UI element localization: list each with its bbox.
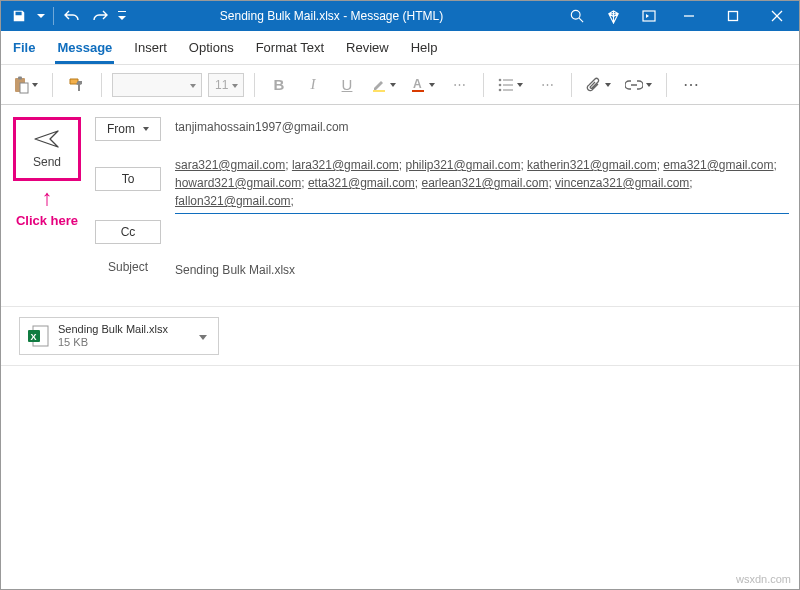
cc-row: Cc: [95, 220, 789, 250]
save-icon[interactable]: [7, 4, 31, 28]
recipient[interactable]: sara321@gmail.com: [175, 158, 285, 172]
send-button[interactable]: Send: [13, 117, 81, 181]
more-font-icon[interactable]: ⋯: [445, 71, 473, 99]
recipient[interactable]: lara321@gmail.com: [292, 158, 399, 172]
attachment-area: X Sending Bulk Mail.xlsx 15 KB: [1, 306, 799, 366]
svg-point-13: [499, 78, 502, 81]
title-bar: Sending Bulk Mail.xlsx - Message (HTML): [1, 1, 799, 31]
font-name-combo[interactable]: [112, 73, 202, 97]
undo-icon[interactable]: [60, 4, 84, 28]
svg-rect-12: [412, 90, 424, 92]
cc-button[interactable]: Cc: [95, 220, 161, 244]
close-button[interactable]: [755, 1, 799, 31]
subject-row: Subject Sending Bulk Mail.xlsx: [95, 260, 789, 290]
svg-rect-10: [373, 90, 385, 92]
more-para-icon[interactable]: ⋯: [533, 71, 561, 99]
recipient[interactable]: howard321@gmail.com: [175, 176, 301, 190]
message-body[interactable]: [1, 366, 799, 589]
outlook-message-window: Sending Bulk Mail.xlsx - Message (HTML): [0, 0, 800, 590]
link-button[interactable]: [621, 71, 656, 99]
bold-button[interactable]: B: [265, 71, 293, 99]
to-button[interactable]: To: [95, 167, 161, 191]
recipient[interactable]: earlean321@gmail.com: [422, 176, 549, 190]
send-label: Send: [33, 155, 61, 169]
recipient[interactable]: etta321@gmail.com: [308, 176, 415, 190]
attachment-meta: Sending Bulk Mail.xlsx 15 KB: [58, 323, 168, 349]
separator: [483, 73, 484, 97]
redo-icon[interactable]: [88, 4, 112, 28]
svg-rect-4: [729, 12, 738, 21]
attach-file-button[interactable]: [582, 71, 615, 99]
from-value[interactable]: tanjimahossain1997@gmail.com: [175, 117, 789, 135]
from-button[interactable]: From: [95, 117, 161, 141]
font-color-button[interactable]: A: [406, 71, 439, 99]
maximize-button[interactable]: [711, 1, 755, 31]
recipient[interactable]: ema321@gmail.com: [663, 158, 773, 172]
attachment-filename: Sending Bulk Mail.xlsx: [58, 323, 168, 336]
tab-file[interactable]: File: [11, 32, 37, 64]
more-commands-icon[interactable]: ⋯: [677, 71, 705, 99]
tab-help[interactable]: Help: [409, 32, 440, 64]
subject-field[interactable]: Sending Bulk Mail.xlsx: [175, 260, 789, 278]
send-arrow-icon: [34, 129, 60, 149]
qat-more-icon[interactable]: [116, 4, 128, 28]
tab-review[interactable]: Review: [344, 32, 391, 64]
separator: [52, 73, 53, 97]
header-fields: From tanjimahossain1997@gmail.com To sar…: [95, 117, 789, 296]
to-field[interactable]: sara321@gmail.com; lara321@gmail.com; ph…: [175, 153, 789, 214]
tab-message[interactable]: Message: [55, 32, 114, 64]
attachment-filesize: 15 KB: [58, 336, 168, 349]
window-title: Sending Bulk Mail.xlsx - Message (HTML): [134, 9, 559, 23]
quick-access-toolbar: [1, 4, 134, 28]
format-painter-icon[interactable]: [63, 71, 91, 99]
svg-rect-8: [18, 76, 22, 79]
qat-dropdown-icon[interactable]: [35, 4, 47, 28]
compose-pane: Send ↑ Click here From tanjimahossain199…: [1, 105, 799, 296]
to-row: To sara321@gmail.com; lara321@gmail.com;…: [95, 153, 789, 214]
ribbon-display-icon[interactable]: [631, 1, 667, 31]
excel-file-icon: X: [26, 324, 50, 348]
svg-rect-9: [20, 83, 28, 93]
separator: [254, 73, 255, 97]
highlight-button[interactable]: [367, 71, 400, 99]
svg-line-1: [579, 18, 583, 22]
recipient[interactable]: fallon321@gmail.com: [175, 194, 291, 208]
svg-point-17: [499, 88, 502, 91]
svg-text:X: X: [30, 332, 36, 342]
attachment-options-icon[interactable]: [194, 325, 212, 349]
tab-options[interactable]: Options: [187, 32, 236, 64]
paste-button[interactable]: [9, 71, 42, 99]
bullets-button[interactable]: [494, 71, 527, 99]
svg-point-0: [571, 10, 580, 19]
separator: [53, 7, 54, 25]
separator: [666, 73, 667, 97]
cc-field[interactable]: [175, 220, 789, 224]
svg-text:A: A: [413, 77, 422, 91]
ribbon-toolbar: 11 B I U A ⋯ ⋯ ⋯: [1, 65, 799, 105]
annotation-label: Click here: [16, 213, 78, 228]
coming-soon-icon[interactable]: [595, 1, 631, 31]
search-icon[interactable]: [559, 1, 595, 31]
tab-insert[interactable]: Insert: [132, 32, 169, 64]
watermark: wsxdn.com: [736, 573, 791, 585]
svg-point-15: [499, 83, 502, 86]
font-size-combo[interactable]: 11: [208, 73, 244, 97]
tab-format-text[interactable]: Format Text: [254, 32, 326, 64]
send-column: Send ↑ Click here: [11, 117, 83, 296]
separator: [101, 73, 102, 97]
recipient[interactable]: philip321@gmail.com: [405, 158, 520, 172]
attachment-chip[interactable]: X Sending Bulk Mail.xlsx 15 KB: [19, 317, 219, 355]
ribbon-tabs: File Message Insert Options Format Text …: [1, 31, 799, 65]
separator: [571, 73, 572, 97]
annotation-arrow-icon: ↑: [42, 185, 53, 211]
from-row: From tanjimahossain1997@gmail.com: [95, 117, 789, 147]
subject-label: Subject: [95, 260, 161, 274]
underline-button[interactable]: U: [333, 71, 361, 99]
minimize-button[interactable]: [667, 1, 711, 31]
window-controls: [559, 1, 799, 31]
recipient[interactable]: vincenza321@gmail.com: [555, 176, 689, 190]
recipient[interactable]: katherin321@gmail.com: [527, 158, 657, 172]
italic-button[interactable]: I: [299, 71, 327, 99]
